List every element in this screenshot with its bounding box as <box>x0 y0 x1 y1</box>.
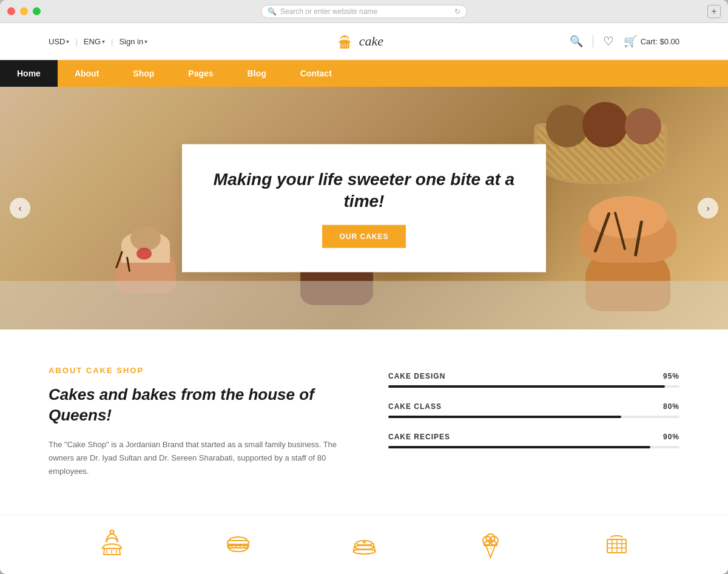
browser-window: 🔍 Search or enter website name ↻ + USD ▾… <box>0 0 728 574</box>
sandwich-svg-icon <box>221 527 255 561</box>
basket <box>534 99 667 184</box>
slider-next-button[interactable]: › <box>698 198 718 218</box>
nav-item-blog[interactable]: Blog <box>231 60 283 87</box>
top-bar-right: 🔍 ♡ 🛒 Cart: $0.00 <box>570 34 679 49</box>
cart-button[interactable]: 🛒 Cart: $0.00 <box>624 35 679 48</box>
logo-text: cake <box>359 33 383 49</box>
about-description: The "Cake Shop" is a Jordanian Brand tha… <box>49 438 340 478</box>
cart-label: Cart: $0.00 <box>641 37 679 46</box>
icon-divider <box>593 35 593 47</box>
category-icon-pancakes[interactable] <box>348 527 381 561</box>
about-heading: Cakes and bakes from the house of Queens… <box>49 385 340 426</box>
nav-item-contact[interactable]: Contact <box>283 60 349 87</box>
language-chevron: ▾ <box>102 38 105 45</box>
skill-bar-bg-design <box>388 385 679 388</box>
cupcake-svg-icon <box>95 527 129 561</box>
slider-prev-button[interactable]: ‹ <box>10 198 30 218</box>
address-text: Search or enter website name <box>280 7 377 16</box>
website-content: USD ▾ | ENG ▾ | Sign in ▾ <box>0 23 728 574</box>
traffic-lights <box>7 7 41 15</box>
signin-dropdown[interactable]: Sign in ▾ <box>119 37 147 46</box>
top-utility-bar: USD ▾ | ENG ▾ | Sign in ▾ <box>0 23 728 60</box>
icecream-svg-icon <box>474 527 507 561</box>
skill-row-class: CAKE CLASS 80% <box>388 402 679 418</box>
skill-bar-fill-recipes <box>388 446 650 448</box>
close-button[interactable] <box>7 7 15 15</box>
svg-rect-6 <box>228 541 249 544</box>
hero-title: Making your life sweeter one bite at a t… <box>212 169 516 213</box>
currency-label: USD <box>49 37 65 46</box>
top-bar-left: USD ▾ | ENG ▾ | Sign in ▾ <box>49 37 147 46</box>
minimize-button[interactable] <box>20 7 28 15</box>
svg-point-2 <box>110 530 113 534</box>
category-icon-sandwich[interactable] <box>221 527 255 561</box>
skill-percent-class: 80% <box>663 402 679 411</box>
skill-bar-bg-class <box>388 416 679 418</box>
skill-percent-recipes: 90% <box>663 433 679 441</box>
signin-label: Sign in <box>119 37 143 46</box>
titlebar: 🔍 Search or enter website name ↻ + <box>0 0 728 23</box>
skill-row-recipes: CAKE RECIPES 90% <box>388 433 679 448</box>
about-left-content: ABOUT CAKE SHOP Cakes and bakes from the… <box>49 366 340 478</box>
cart-icon: 🛒 <box>624 35 637 48</box>
maximize-button[interactable] <box>33 7 41 15</box>
separator-1: | <box>75 37 77 46</box>
skill-label-recipes: CAKE RECIPES <box>388 433 450 441</box>
nav-item-about[interactable]: About <box>58 60 116 87</box>
hero-section: Making your life sweeter one bite at a t… <box>0 87 728 329</box>
category-icon-cupcake[interactable] <box>95 527 129 561</box>
separator-2: | <box>111 37 113 46</box>
new-tab-button[interactable]: + <box>707 5 721 18</box>
signin-chevron: ▾ <box>144 38 147 45</box>
nav-item-shop[interactable]: Shop <box>116 60 171 87</box>
skill-bar-bg-recipes <box>388 446 679 448</box>
currency-dropdown[interactable]: USD ▾ <box>49 37 69 46</box>
logo-cupcake-icon <box>334 30 356 52</box>
skill-percent-design: 95% <box>663 372 679 380</box>
currency-chevron: ▾ <box>66 38 69 45</box>
category-icon-waffles[interactable] <box>600 527 633 561</box>
main-navigation: Home About Shop Pages Blog Contact <box>0 60 728 87</box>
category-icon-icecream[interactable] <box>474 527 507 561</box>
wishlist-icon-btn[interactable]: ♡ <box>603 34 614 49</box>
about-tag: ABOUT CAKE SHOP <box>49 366 340 375</box>
language-label: ENG <box>84 37 101 46</box>
nav-item-pages[interactable]: Pages <box>171 60 230 87</box>
skill-bar-fill-design <box>388 385 665 388</box>
nav-item-home[interactable]: Home <box>0 60 58 87</box>
language-dropdown[interactable]: ENG ▾ <box>84 37 105 46</box>
skill-row-design: CAKE DESIGN 95% <box>388 372 679 388</box>
reload-icon: ↻ <box>454 7 460 16</box>
waffles-svg-icon <box>600 527 633 561</box>
skill-bar-fill-class <box>388 416 621 418</box>
about-skills: CAKE DESIGN 95% CAKE CLASS 80% <box>388 366 679 463</box>
search-icon: 🔍 <box>268 7 277 16</box>
skill-label-design: CAKE DESIGN <box>388 372 445 380</box>
hero-card: Making your life sweeter one bite at a t… <box>182 144 546 272</box>
svg-rect-0 <box>340 42 349 49</box>
about-section: ABOUT CAKE SHOP Cakes and bakes from the… <box>0 329 728 515</box>
our-cakes-button[interactable]: OUR CAKES <box>322 225 405 248</box>
pancakes-svg-icon <box>348 527 381 561</box>
logo-area[interactable]: cake <box>334 30 383 52</box>
skill-label-class: CAKE CLASS <box>388 402 442 411</box>
address-bar[interactable]: 🔍 Search or enter website name ↻ <box>261 5 467 18</box>
search-icon-btn[interactable]: 🔍 <box>570 35 583 48</box>
category-icons-row <box>0 515 728 574</box>
svg-point-1 <box>343 35 346 38</box>
